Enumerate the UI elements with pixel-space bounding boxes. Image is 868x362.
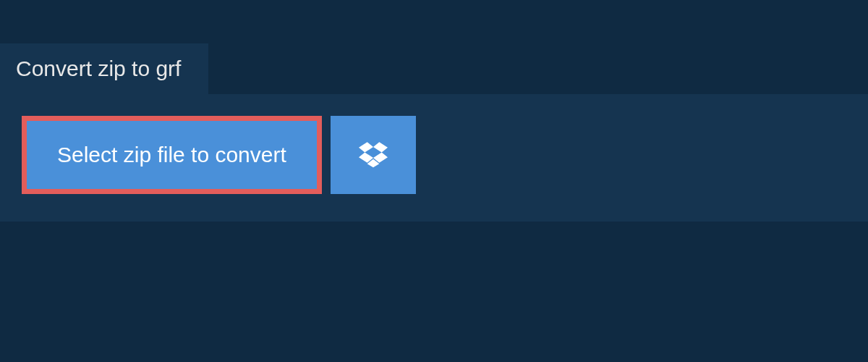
dropbox-button[interactable] bbox=[331, 116, 416, 194]
dropbox-icon bbox=[359, 140, 388, 171]
select-file-highlight: Select zip file to convert bbox=[22, 116, 322, 194]
tab-label: Convert zip to grf bbox=[16, 56, 181, 80]
tab-bar: Convert zip to grf bbox=[0, 0, 868, 94]
conversion-panel: Select zip file to convert bbox=[0, 94, 868, 222]
tab-convert[interactable]: Convert zip to grf bbox=[0, 43, 208, 94]
select-file-label: Select zip file to convert bbox=[57, 143, 286, 167]
select-file-button[interactable]: Select zip file to convert bbox=[27, 121, 317, 189]
